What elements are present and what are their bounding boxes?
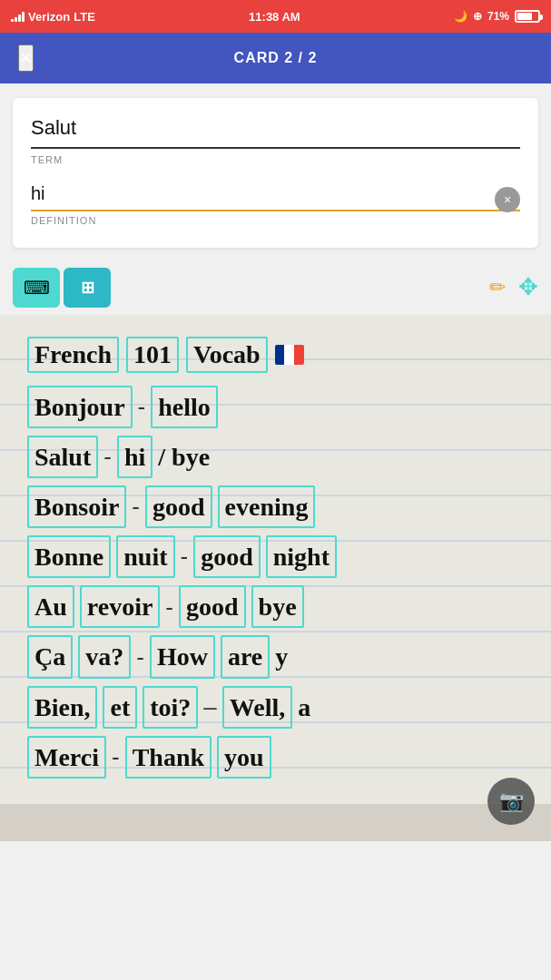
vocab-def-good3: good (179, 585, 246, 628)
vocab-def-well: Well, (222, 686, 292, 729)
notebook-content: French 101 Vocab Bonjour - hello Salut - (0, 315, 551, 805)
vocab-title-french: French (27, 337, 119, 373)
list-item: Bonjour - hello (27, 386, 524, 428)
title-row: French 101 Vocab (27, 337, 524, 373)
carrier-info: Verizon LTE (11, 10, 95, 24)
vocab-def-are: are (221, 635, 270, 678)
vocab-def-and-partial: a (298, 690, 310, 725)
vocab-word-et: et (103, 686, 137, 729)
vocab-word-bien: Bien, (27, 686, 97, 729)
vocab-def-you-partial: y (275, 639, 288, 674)
dash: - (132, 490, 140, 523)
vocab-word-nuit: nuit (116, 535, 174, 578)
close-button[interactable]: × (18, 44, 34, 72)
header: × CARD 2 / 2 (0, 33, 551, 83)
vocab-def-good: good (145, 485, 212, 528)
vocab-word-au: Au (27, 585, 74, 628)
lock-icon: ⊕ (473, 10, 482, 23)
list-item: Bonsoir - good evening (27, 485, 524, 528)
vocab-def-good2: good (193, 535, 261, 578)
status-bar: Verizon LTE 11:38 AM 🌙 ⊕ 71% (0, 0, 551, 33)
french-flag (275, 345, 304, 365)
clear-icon: × (504, 192, 511, 207)
vocab-def-thank: Thank (125, 736, 212, 779)
move-button[interactable]: ✥ (518, 273, 538, 301)
signal-icon (11, 11, 25, 22)
vocab-def-slash: / bye (158, 439, 210, 475)
move-icon: ✥ (518, 273, 538, 300)
list-item: Bien, et toi? – Well, a (27, 686, 524, 729)
moon-icon: 🌙 (454, 10, 467, 23)
definition-input-wrapper: × (31, 183, 520, 211)
vocab-word-bonne: Bonne (27, 535, 111, 578)
vocab-def-evening: evening (218, 485, 316, 528)
term-value: Salut (31, 116, 520, 140)
network-label: LTE (74, 10, 95, 24)
camera-button[interactable]: 📷 (487, 778, 535, 825)
camera-icon: 📷 (499, 789, 524, 813)
list-item: Salut - hi / bye (27, 436, 524, 478)
dash: - (103, 440, 112, 473)
definition-label: DEFINITION (31, 215, 520, 226)
vocab-def-hi: hi (117, 436, 153, 478)
vocab-def-you: you (217, 736, 271, 779)
list-item: Merci - Thank you (27, 736, 524, 779)
dash: – (203, 691, 216, 723)
list-item: Ça va? - How are y (27, 635, 524, 678)
list-item: Bonne nuit - good night (27, 535, 524, 578)
keyboard-button[interactable]: ⌨ (13, 268, 60, 308)
term-label: TERM (31, 154, 520, 165)
definition-input[interactable] (31, 183, 520, 211)
vocab-word-va: va? (78, 635, 131, 678)
vocab-title-101: 101 (126, 337, 179, 373)
scan-button[interactable]: ⊞ (64, 268, 111, 308)
vocab-def-hello: hello (151, 386, 218, 428)
scan-icon: ⊞ (81, 278, 94, 298)
header-title: CARD 2 / 2 (234, 50, 318, 66)
edit-button[interactable]: ✏ (489, 276, 506, 299)
vocab-word-toi: toi? (143, 686, 198, 729)
vocab-def-bye: bye (251, 585, 304, 628)
vocab-word-bonsoir: Bonsoir (27, 485, 126, 528)
keyboard-icon: ⌨ (24, 277, 50, 299)
dash: - (165, 591, 173, 623)
dash: - (138, 390, 146, 423)
toolbar: ⌨ ⊞ ✏ ✥ (0, 262, 551, 315)
dash: - (136, 641, 144, 673)
vocab-word-revoir: revoir (80, 585, 161, 628)
carrier-label: Verizon (28, 10, 70, 24)
dash: - (181, 540, 189, 573)
dash: - (112, 740, 120, 773)
battery-icon (515, 10, 540, 23)
input-mode-buttons: ⌨ ⊞ (13, 268, 111, 308)
vocab-word-salut: Salut (27, 436, 98, 478)
time-display: 11:38 AM (249, 10, 300, 24)
toolbar-actions: ✏ ✥ (489, 273, 538, 301)
battery-percent: 71% (487, 10, 509, 23)
vocab-word-merci: Merci (27, 736, 106, 779)
term-divider (31, 147, 520, 149)
vocab-title-vocab: Vocab (186, 337, 268, 373)
vocab-word-ca: Ça (27, 635, 73, 678)
vocab-def-how: How (150, 635, 215, 678)
vocab-def-night: night (266, 535, 337, 578)
clear-definition-button[interactable]: × (495, 187, 520, 212)
list-item: Au revoir - good bye (27, 585, 524, 628)
notebook-image: French 101 Vocab Bonjour - hello Salut - (0, 315, 551, 841)
vocab-list: French 101 Vocab Bonjour - hello Salut - (27, 337, 524, 779)
system-icons: 🌙 ⊕ 71% (454, 10, 540, 23)
vocab-word-bonjour: Bonjour (27, 386, 133, 428)
edit-icon: ✏ (489, 276, 506, 299)
flashcard-editor: Salut TERM × DEFINITION (13, 98, 538, 248)
